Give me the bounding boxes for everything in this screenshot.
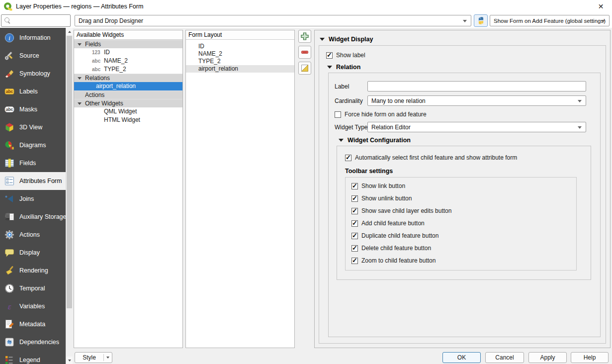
checkbox-checked-icon <box>351 258 358 264</box>
show-label-checkbox[interactable]: Show label <box>326 52 365 59</box>
scroll-down-icon[interactable] <box>66 357 73 364</box>
tree-item-qml-widget[interactable]: QML Widget <box>74 107 182 116</box>
sidebar-item-fields[interactable]: Fields <box>0 154 66 172</box>
style-button[interactable]: Style <box>75 352 112 363</box>
sidebar-item-legend[interactable]: Legend <box>0 351 66 364</box>
plus-icon <box>300 32 309 41</box>
sidebar-item-auxiliary-storage[interactable]: Auxiliary Storage <box>0 208 66 226</box>
chevron-expanded-icon <box>78 102 82 105</box>
tree-item-id[interactable]: 123ID <box>74 48 182 57</box>
scroll-up-icon[interactable] <box>66 28 73 35</box>
form-designer-combo-value: Drag and Drop Designer <box>79 17 143 24</box>
cardinality-label: Cardinality <box>335 97 363 104</box>
scrollbar-thumb[interactable] <box>67 36 72 308</box>
label-input[interactable] <box>367 81 586 91</box>
checkbox-unchecked-icon <box>335 111 341 118</box>
widget-display-group-header[interactable]: Widget Display <box>320 36 373 43</box>
add-child-feature-checkbox[interactable]: Add child feature button <box>351 220 425 227</box>
rename-button[interactable] <box>298 62 311 75</box>
show-unlink-button-checkbox[interactable]: Show unlink button <box>351 195 412 202</box>
auto-select-first-child-checkbox[interactable]: Automatically select first child feature… <box>345 154 517 161</box>
tree-category-fields[interactable]: Fields <box>74 40 182 48</box>
tree-item-name-2[interactable]: abcNAME_2 <box>74 57 182 65</box>
show-link-button-checkbox[interactable]: Show link button <box>351 182 405 189</box>
chevron-expanded-icon <box>78 77 82 80</box>
form-layout-item-id[interactable]: ID <box>186 43 294 50</box>
joins-icon <box>4 194 14 204</box>
add-button[interactable] <box>298 30 311 43</box>
actions-icon <box>4 230 14 240</box>
form-designer-combo[interactable]: Drag and Drop Designer <box>75 15 471 26</box>
tree-item-airport-relation[interactable]: airport_relation <box>74 82 182 91</box>
titlebar: Layer Properties — regions — Attributes … <box>0 0 612 13</box>
sidebar-item-display[interactable]: Display <box>0 244 66 262</box>
3d-view-icon <box>4 122 14 132</box>
help-button[interactable]: Help <box>571 352 609 363</box>
sidebar-item-metadata[interactable]: Metadata <box>0 315 66 333</box>
button-separator <box>103 354 104 361</box>
sidebar-item-source[interactable]: Source <box>0 47 66 65</box>
search-box[interactable] <box>1 14 71 27</box>
show-form-combo-value: Show Form on Add Feature (global setting… <box>494 18 606 24</box>
checkbox-checked-icon <box>351 195 358 202</box>
sidebar-item-actions[interactable]: Actions <box>0 226 66 244</box>
close-icon[interactable]: ✕ <box>590 0 612 13</box>
sidebar-item-temporal[interactable]: Temporal <box>0 279 66 297</box>
relation-frame: Label Cardinality Many to one relation F… <box>328 73 601 337</box>
remove-button[interactable] <box>298 46 311 59</box>
duplicate-child-feature-checkbox[interactable]: Duplicate child feature button <box>351 232 438 239</box>
tree-category-other-widgets[interactable]: Other Widgets <box>74 99 182 107</box>
tree-category-relations[interactable]: Relations <box>74 74 182 82</box>
sidebar-item-dependencies[interactable]: Dependencies <box>0 333 66 351</box>
cardinality-combo[interactable]: Many to one relation <box>367 95 586 106</box>
window-title: Layer Properties — regions — Attributes … <box>16 3 143 10</box>
form-layout-item-type-2[interactable]: TYPE_2 <box>186 58 294 65</box>
checkbox-checked-icon <box>351 245 358 252</box>
show-save-child-edits-checkbox[interactable]: Show save child layer edits button <box>351 207 451 214</box>
sidebar-item-symbology[interactable]: Symbology <box>0 65 66 83</box>
sidebar-item-information[interactable]: i Information <box>0 29 66 47</box>
tree-item-type-2[interactable]: abcTYPE_2 <box>74 65 182 74</box>
sidebar-item-labels[interactable]: abc Labels <box>0 83 66 100</box>
variables-icon: ε <box>4 301 14 311</box>
sidebar-item-attributes-form[interactable]: Attributes Form <box>0 172 66 190</box>
numeric-field-icon: 123 <box>92 48 104 57</box>
apply-button[interactable]: Apply <box>528 352 567 363</box>
sidebar-item-joins[interactable]: Joins <box>0 190 66 208</box>
sidebar-item-rendering[interactable]: Rendering <box>0 262 66 279</box>
widget-configuration-group-header[interactable]: Widget Configuration <box>339 137 411 144</box>
force-hide-form-checkbox[interactable]: Force hide form on add feature <box>335 111 427 118</box>
python-init-button[interactable] <box>474 14 488 27</box>
widget-configuration-frame: Automatically select first child feature… <box>337 146 591 280</box>
svg-text:ε: ε <box>8 302 11 311</box>
temporal-icon <box>4 283 14 293</box>
tree-item-html-widget[interactable]: HTML Widget <box>74 116 182 124</box>
delete-child-feature-checkbox[interactable]: Delete child feature button <box>351 245 431 252</box>
display-icon <box>4 248 14 258</box>
widget-type-combo[interactable]: Relation Editor <box>367 122 586 132</box>
show-form-on-add-feature-combo[interactable]: Show Form on Add Feature (global setting… <box>490 15 610 26</box>
form-layout-item-airport-relation[interactable]: airport_relation <box>186 65 294 73</box>
zoom-to-child-feature-checkbox[interactable]: Zoom to child feature button <box>351 257 436 264</box>
sidebar-item-variables[interactable]: ε Variables <box>0 297 66 315</box>
sidebar-item-3d-view[interactable]: 3D View <box>0 118 66 136</box>
search-input[interactable] <box>13 16 67 26</box>
sidebar: i Information Source Symbology abc Label… <box>0 28 66 364</box>
sidebar-item-masks[interactable]: abc Masks <box>0 100 66 118</box>
sidebar-item-diagrams[interactable]: Diagrams <box>0 136 66 154</box>
masks-icon: abc <box>4 104 14 114</box>
relation-group-header[interactable]: Relation <box>327 64 360 71</box>
toolbar-settings-box: Show link button Show unlink button Show… <box>345 177 577 271</box>
ok-button[interactable]: OK <box>442 352 481 363</box>
sidebar-scrollbar[interactable] <box>66 28 72 364</box>
dependencies-icon <box>4 337 14 347</box>
cancel-button[interactable]: Cancel <box>485 352 524 363</box>
fields-icon <box>4 158 14 168</box>
form-layout-item-name-2[interactable]: NAME_2 <box>186 50 294 58</box>
tree-category-actions[interactable]: Actions <box>74 91 182 99</box>
chevron-down-icon <box>106 357 109 359</box>
form-layout-header: Form Layout <box>186 30 294 40</box>
collapse-triangle-icon <box>320 38 325 41</box>
form-layout-panel: Form Layout ID NAME_2 TYPE_2 airport_rel… <box>185 30 295 348</box>
rename-icon <box>300 64 309 73</box>
